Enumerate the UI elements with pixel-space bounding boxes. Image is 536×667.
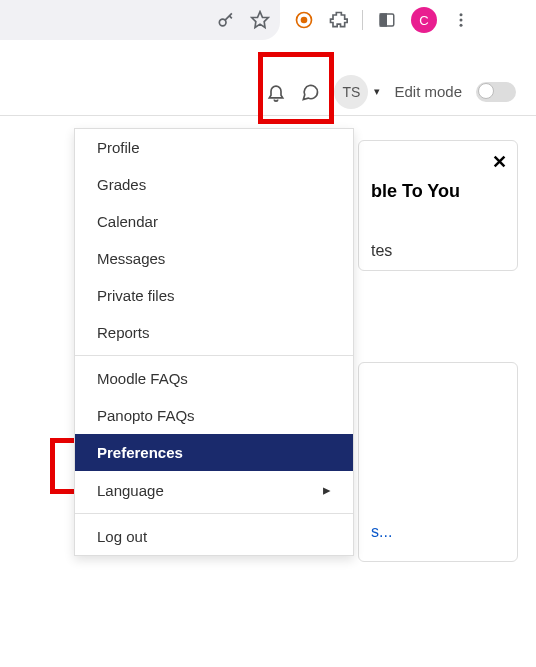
divider: [362, 10, 363, 30]
menu-item-logout[interactable]: Log out: [75, 518, 353, 555]
adblock-icon[interactable]: [294, 10, 314, 30]
chevron-down-icon: ▾: [374, 85, 380, 98]
card-text-fragment: tes: [371, 242, 505, 260]
menu-label: Grades: [97, 176, 146, 193]
edit-mode-toggle[interactable]: [476, 82, 516, 102]
menu-label: Preferences: [97, 444, 183, 461]
menu-label: Log out: [97, 528, 147, 545]
svg-point-3: [301, 17, 308, 24]
svg-point-8: [460, 24, 463, 27]
menu-label: Messages: [97, 250, 165, 267]
menu-item-private-files[interactable]: Private files: [75, 277, 353, 314]
svg-point-6: [460, 13, 463, 16]
menu-label: Profile: [97, 139, 140, 156]
menu-item-panopto-faqs[interactable]: Panopto FAQs: [75, 397, 353, 434]
card-link-fragment[interactable]: s...: [371, 523, 505, 541]
menu-label: Calendar: [97, 213, 158, 230]
kebab-menu-icon[interactable]: [451, 10, 471, 30]
menu-item-profile[interactable]: Profile: [75, 129, 353, 166]
menu-item-grades[interactable]: Grades: [75, 166, 353, 203]
edit-mode-label: Edit mode: [394, 83, 462, 100]
menu-divider: [75, 513, 353, 514]
svg-rect-5: [380, 14, 386, 26]
menu-label: Panopto FAQs: [97, 407, 195, 424]
extensions-icon[interactable]: [328, 10, 348, 30]
menu-item-preferences[interactable]: Preferences: [75, 434, 353, 471]
menu-label: Private files: [97, 287, 175, 304]
browser-profile-avatar[interactable]: C: [411, 7, 437, 33]
menu-label: Language: [97, 482, 164, 499]
user-dropdown-menu: Profile Grades Calendar Messages Private…: [74, 128, 354, 556]
svg-point-7: [460, 19, 463, 22]
background-card-2: s...: [358, 362, 518, 562]
menu-item-language[interactable]: Language ▸: [75, 471, 353, 509]
star-icon[interactable]: [250, 10, 270, 30]
menu-divider: [75, 355, 353, 356]
menu-item-reports[interactable]: Reports: [75, 314, 353, 351]
close-icon[interactable]: ✕: [492, 151, 507, 173]
sidepanel-icon[interactable]: [377, 10, 397, 30]
svg-point-0: [219, 19, 226, 26]
card-title-fragment: ble To You: [371, 181, 505, 202]
key-icon[interactable]: [216, 10, 236, 30]
background-card-1: ✕ ble To You tes: [358, 140, 518, 271]
menu-item-moodle-faqs[interactable]: Moodle FAQs: [75, 360, 353, 397]
svg-marker-1: [252, 12, 269, 28]
menu-item-messages[interactable]: Messages: [75, 240, 353, 277]
toggle-knob: [478, 83, 494, 99]
address-bar-area: [0, 0, 280, 40]
browser-toolbar: C: [0, 0, 536, 40]
menu-label: Moodle FAQs: [97, 370, 188, 387]
chevron-right-icon: ▸: [323, 481, 331, 499]
menu-item-calendar[interactable]: Calendar: [75, 203, 353, 240]
user-avatar: TS: [334, 75, 368, 109]
menu-label: Reports: [97, 324, 150, 341]
annotation-box-avatar: [258, 52, 334, 124]
user-menu-button[interactable]: TS ▾: [334, 75, 380, 109]
